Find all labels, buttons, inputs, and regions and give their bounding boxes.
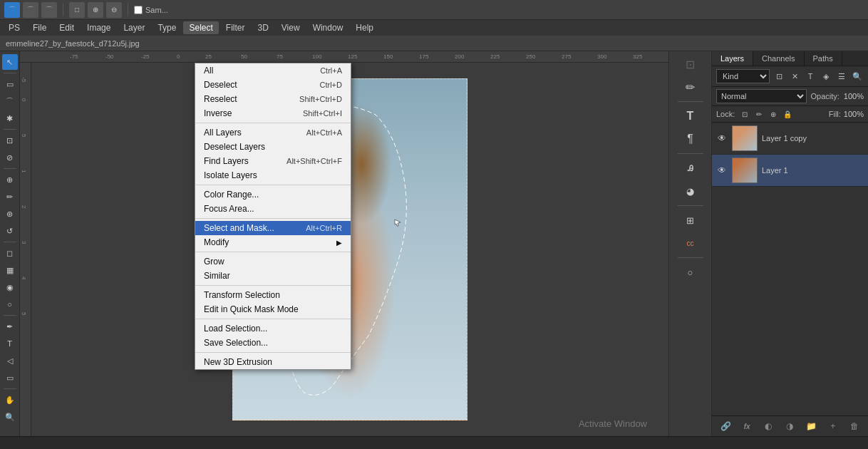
menu-item-all[interactable]: All Ctrl+A: [195, 63, 351, 78]
tool-sep-5: [4, 315, 16, 316]
move-tool[interactable]: ↖: [2, 54, 18, 70]
history-brush[interactable]: ↺: [2, 223, 18, 239]
mask-icon[interactable]: ◐: [761, 419, 775, 433]
menu-type[interactable]: Type: [152, 21, 182, 34]
menu-item-quick-mask[interactable]: Edit in Quick Mask Mode: [195, 302, 351, 316]
healing-tool[interactable]: ⊕: [2, 172, 18, 187]
paragraph-panel-icon[interactable]: ¶: [681, 129, 701, 149]
menu-item-all-layers[interactable]: All Layers Alt+Ctrl+A: [195, 125, 351, 140]
menu-item-load-selection[interactable]: Load Selection...: [195, 321, 351, 336]
select-panel-icon[interactable]: ⊡: [681, 54, 701, 74]
tab-paths[interactable]: Paths: [805, 51, 842, 66]
gradient-tool[interactable]: ▦: [2, 262, 18, 278]
layer-item-base[interactable]: 👁 Layer 1: [712, 155, 868, 187]
menu-item-find-layers[interactable]: Find Layers Alt+Shift+Ctrl+F: [195, 154, 351, 168]
adjustment-icon[interactable]: ◑: [782, 419, 797, 433]
menu-view[interactable]: View: [276, 21, 306, 34]
filter-icon-2[interactable]: ✕: [788, 70, 801, 83]
dodge-tool[interactable]: ○: [2, 296, 18, 312]
menu-window[interactable]: Window: [307, 21, 349, 34]
filter-icon-3[interactable]: T: [804, 70, 817, 83]
new-layer-icon[interactable]: +: [826, 419, 840, 433]
filter-icon-5[interactable]: ☰: [835, 70, 848, 83]
menu-help[interactable]: Help: [350, 21, 379, 34]
delete-layer-icon[interactable]: 🗑: [847, 419, 862, 433]
type-tool[interactable]: T: [2, 336, 18, 351]
menu-select[interactable]: Select: [183, 21, 218, 34]
lock-position-icon[interactable]: ⊕: [768, 108, 779, 120]
menu-item-select-and-mask[interactable]: Select and Mask... Alt+Ctrl+R: [195, 221, 351, 235]
menu-3d[interactable]: 3D: [252, 21, 274, 34]
menu-item-focus-area[interactable]: Focus Area...: [195, 202, 351, 216]
filter-icon-6[interactable]: 🔍: [851, 70, 864, 83]
pen-tool[interactable]: ✒: [2, 319, 18, 334]
tool-option-2[interactable]: ⊕: [88, 2, 103, 18]
right-sep-3: [678, 205, 703, 206]
select-dropdown-menu: All Ctrl+A Deselect Ctrl+D Reselect Shif…: [195, 63, 351, 370]
zoom-tool[interactable]: 🔍: [2, 409, 18, 425]
type-panel-icon[interactable]: T: [681, 106, 701, 126]
lock-transparent-icon[interactable]: ⊡: [739, 108, 750, 120]
menu-item-modify[interactable]: Modify ▶: [195, 235, 351, 249]
menu-item-deselect[interactable]: Deselect Ctrl+D: [195, 78, 351, 92]
marquee-tool[interactable]: ▭: [2, 76, 18, 92]
adjustment-panel-icon[interactable]: ◕: [681, 181, 701, 201]
lock-all-icon[interactable]: 🔒: [782, 108, 793, 120]
folder-icon[interactable]: 📁: [805, 419, 819, 433]
menu-item-deselect-layers[interactable]: Deselect Layers: [195, 140, 351, 154]
sample-all-layers-checkbox[interactable]: Sam...: [134, 6, 168, 14]
menu-item-color-range[interactable]: Color Range...: [195, 187, 351, 202]
table-panel-icon[interactable]: ⊞: [681, 210, 701, 230]
tool-option-3[interactable]: ⊖: [106, 2, 122, 18]
cc-panel-icon[interactable]: cc: [681, 233, 701, 253]
menu-layer[interactable]: Layer: [118, 21, 150, 34]
tool-option-1[interactable]: □: [69, 2, 85, 18]
menu-item-save-selection[interactable]: Save Selection...: [195, 336, 351, 350]
sep-6: [195, 319, 351, 319]
status-bar: [0, 436, 868, 449]
lock-brush-icon[interactable]: ✏: [753, 108, 765, 120]
menu-image[interactable]: Image: [81, 21, 116, 34]
menu-item-reselect[interactable]: Reselect Shift+Ctrl+D: [195, 92, 351, 106]
brush-tool[interactable]: ✏: [2, 189, 18, 205]
menu-ps[interactable]: PS: [3, 21, 26, 34]
fx-icon[interactable]: fx: [740, 419, 754, 433]
menu-edit[interactable]: Edit: [53, 21, 80, 34]
eyedropper-tool[interactable]: ⊘: [2, 150, 18, 165]
layer-item-copy[interactable]: 👁 Layer 1 copy: [712, 123, 868, 155]
menu-item-similar[interactable]: Similar: [195, 269, 351, 283]
tab-channels[interactable]: Channels: [753, 51, 804, 66]
blend-mode-select[interactable]: Normal: [716, 89, 807, 103]
menu-item-inverse[interactable]: Inverse Shift+Ctrl+I: [195, 106, 351, 120]
blur-tool[interactable]: ◉: [2, 279, 18, 295]
tab-layers[interactable]: Layers: [712, 51, 753, 66]
brush-panel-icon[interactable]: ✏: [681, 77, 701, 97]
file-tab[interactable]: emmeline27_by_faestock_d712u5j.jpg: [0, 36, 868, 51]
circle-panel-icon[interactable]: ○: [681, 262, 701, 282]
layers-kind-select[interactable]: Kind: [716, 69, 770, 83]
char-panel-icon[interactable]: Ꭿ: [681, 158, 701, 178]
lasso-tool-icon[interactable]: ⌒: [4, 2, 20, 18]
menu-filter[interactable]: Filter: [220, 21, 251, 34]
poly-lasso-icon[interactable]: ⌒: [23, 2, 38, 18]
clone-tool[interactable]: ⊛: [2, 206, 18, 222]
shape-tool[interactable]: ▭: [2, 370, 18, 386]
filter-icon-4[interactable]: ◈: [820, 70, 832, 83]
crop-tool[interactable]: ⊡: [2, 133, 18, 148]
top-toolbar: ⌒ ⌒ ⌒ □ ⊕ ⊖ Sam...: [0, 0, 868, 20]
menu-file[interactable]: File: [27, 21, 52, 34]
layer-visibility-base[interactable]: 👁: [716, 165, 728, 176]
path-select-tool[interactable]: ◁: [2, 353, 18, 368]
menu-item-grow[interactable]: Grow: [195, 254, 351, 269]
mag-lasso-icon[interactable]: ⌒: [41, 2, 57, 18]
hand-tool[interactable]: ✋: [2, 392, 18, 408]
menu-item-transform-selection[interactable]: Transform Selection: [195, 288, 351, 302]
filter-icon-1[interactable]: ⊡: [773, 70, 785, 83]
eraser-tool[interactable]: ◻: [2, 245, 18, 261]
lasso-tool[interactable]: ⌒: [2, 93, 18, 109]
quick-select-tool[interactable]: ✱: [2, 110, 18, 126]
link-icon[interactable]: 🔗: [718, 419, 733, 433]
menu-item-isolate-layers[interactable]: Isolate Layers: [195, 168, 351, 182]
menu-item-3d-extrusion[interactable]: New 3D Extrusion: [195, 355, 351, 369]
layer-visibility-copy[interactable]: 👁: [716, 133, 728, 144]
